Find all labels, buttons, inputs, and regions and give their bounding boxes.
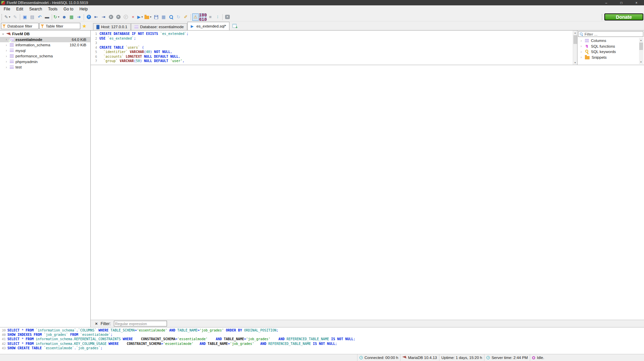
scroll-thumb[interactable] [639, 43, 643, 50]
editor-line[interactable]: 2 USE `es_extended`; [91, 36, 577, 41]
menu-item[interactable]: Edit [13, 6, 26, 12]
user-manager-button[interactable]: ☻ [61, 13, 68, 21]
reformat-button[interactable]: ✐ [182, 13, 189, 21]
editor-line[interactable]: 5 `identifier` VARCHAR(40) NOT NULL, [91, 50, 577, 54]
menu-item[interactable]: Search [26, 6, 45, 12]
scroll-down-icon[interactable]: ▼ [639, 60, 643, 64]
editor-line[interactable]: 3 [91, 41, 577, 45]
database-filter-input[interactable]: Database filter [1, 23, 39, 29]
code-text[interactable]: `group` VARCHAR(50) NULL DEFAULT 'user', [99, 59, 184, 63]
go-last-button[interactable]: ⇥ [100, 13, 107, 21]
sql-editor[interactable]: ▲ ▼ 1 CREATE DATABASE IF NOT EXISTS `es_… [91, 31, 577, 65]
export-database-button[interactable]: ▦ [68, 13, 75, 21]
log-filter-input[interactable]: Regular expression [114, 321, 167, 326]
menu-item[interactable]: File [1, 6, 13, 12]
editor-scrollbar[interactable]: ▲ ▼ [573, 31, 577, 65]
chevron-collapsed-icon[interactable] [5, 38, 8, 41]
tab-host[interactable]: Host: 127.0.0.1 [93, 23, 131, 30]
toolbar-grip[interactable] [1, 14, 3, 20]
code-text[interactable]: `identifier` VARCHAR(40) NOT NULL, [99, 50, 172, 54]
side-item-snippets[interactable]: Snippets [578, 55, 639, 60]
code-text[interactable]: CREATE DATABASE IF NOT EXISTS `es_extend… [99, 32, 188, 36]
find-text-button[interactable] [168, 13, 174, 21]
code-text[interactable]: `accounts` LONGTEXT NULL DEFAULT NULL, [99, 54, 180, 59]
tree-item-mysql[interactable]: ✓ mysql [0, 48, 90, 54]
menu-item[interactable]: Tools [45, 6, 60, 12]
tab-query-file[interactable]: es_extended.sql* [187, 22, 229, 30]
side-item-sql-functions[interactable]: SQL functions [578, 44, 639, 49]
tree-item-test[interactable]: ✓ test [0, 64, 90, 70]
side-item-columns[interactable]: Columns [578, 38, 639, 44]
go-first-button[interactable]: ⇤ [93, 13, 99, 21]
grid-view-button[interactable]: ▦ [160, 13, 167, 21]
dropdown-arrow-icon[interactable] [8, 15, 11, 18]
binary-view-toggle[interactable] [200, 13, 206, 21]
open-file-button[interactable] [144, 13, 152, 21]
run-query-button[interactable]: ▶ [137, 13, 144, 21]
paste-button[interactable]: ▤ [29, 13, 36, 21]
chevron-collapsed-icon[interactable] [5, 60, 8, 63]
tree-item-performance-schema[interactable]: ✓ performance_schema [0, 53, 90, 59]
undo-button[interactable]: ↶ [36, 13, 43, 21]
help-button[interactable] [85, 13, 92, 21]
editor-line[interactable]: 1 CREATE DATABASE IF NOT EXISTS `es_exte… [91, 32, 577, 36]
dropdown-arrow-icon[interactable] [149, 15, 152, 18]
tree-item-information-schema[interactable]: ✓ information_schema 192.0 KiB [0, 42, 90, 48]
chevron-collapsed-icon[interactable] [579, 55, 583, 59]
code-text[interactable]: CREATE TABLE `users` ( [99, 45, 144, 50]
session-disconnect-button[interactable]: ✎ [12, 13, 18, 21]
chevron-collapsed-icon[interactable] [579, 44, 583, 48]
reload-button[interactable]: ↻ [175, 13, 182, 21]
editor-line[interactable]: 4 CREATE TABLE `users` ( [91, 45, 577, 50]
word-wrap-button[interactable]: ≡ [207, 13, 214, 21]
chevron-collapsed-icon[interactable] [5, 43, 8, 47]
menu-item[interactable]: Help [76, 6, 91, 12]
code-text[interactable]: USE `es_extended`; [99, 36, 136, 41]
editor-line[interactable]: 7 `group` VARCHAR(50) NULL DEFAULT 'user… [91, 59, 577, 63]
restore-button[interactable]: □ [614, 0, 629, 5]
tree-item-essentialmode[interactable]: ✓ essentialmode 64.0 KiB [0, 37, 90, 43]
table-filter-input[interactable]: Table filter [39, 23, 80, 29]
minimize-button[interactable]: – [599, 0, 614, 5]
close-filter-icon[interactable]: × [95, 321, 98, 326]
dropdown-arrow-icon[interactable] [141, 15, 144, 18]
chevron-collapsed-icon[interactable] [5, 49, 8, 52]
data-transfer-button[interactable]: ➔ [76, 13, 82, 21]
session-connect-button[interactable]: ✎ [4, 13, 11, 21]
donate-grip[interactable] [602, 14, 603, 20]
insert-row-button[interactable] [108, 13, 114, 21]
menu-item[interactable]: Go to [60, 6, 76, 12]
favorites-button[interactable]: ★ [81, 22, 88, 30]
tree-item-phpmyadmin[interactable]: ✓ phpmyadmin [0, 59, 90, 65]
tree-root-session[interactable]: FiveM DB [0, 31, 90, 37]
discard-button[interactable]: × [130, 13, 136, 21]
new-query-tab-button[interactable] [231, 22, 238, 30]
bind-params-button[interactable]: ∶ [214, 13, 221, 21]
dropdown-arrow-icon[interactable] [57, 15, 60, 18]
chevron-collapsed-icon[interactable] [5, 54, 8, 58]
tab-database[interactable]: Database: essentialmode [131, 23, 187, 30]
close-button[interactable]: × [629, 0, 644, 5]
save-file-button[interactable] [153, 13, 160, 21]
cancel-edit-button[interactable] [115, 13, 122, 21]
refresh-button[interactable]: ↻ [53, 13, 60, 21]
scroll-thumb[interactable] [573, 35, 577, 44]
scroll-up-icon[interactable]: ▲ [639, 38, 643, 42]
scroll-up-icon[interactable]: ▲ [573, 31, 577, 35]
editor-line[interactable]: 6 `accounts` LONGTEXT NULL DEFAULT NULL, [91, 54, 577, 59]
helper-filter-input[interactable]: Filter ... [578, 31, 643, 37]
scroll-down-icon[interactable]: ▼ [573, 60, 577, 65]
print-button[interactable]: ▬ [44, 13, 50, 21]
copy-button[interactable]: ▣ [22, 13, 28, 21]
chevron-collapsed-icon[interactable] [579, 39, 583, 43]
chevron-collapsed-icon[interactable] [5, 65, 8, 69]
close-panel-button[interactable] [224, 13, 231, 21]
helper-scrollbar[interactable]: ▲ ▼ [639, 38, 643, 64]
status-text: Idle. [537, 356, 544, 360]
side-item-sql-keywords[interactable]: SQL keywords [578, 49, 639, 55]
post-edit-button[interactable] [122, 13, 129, 21]
donate-button[interactable]: Donate [604, 13, 643, 20]
chevron-collapsed-icon[interactable] [579, 50, 583, 54]
syntax-warning-toggle[interactable]: ⚠ [192, 13, 199, 21]
chevron-expanded-icon[interactable] [1, 32, 5, 36]
